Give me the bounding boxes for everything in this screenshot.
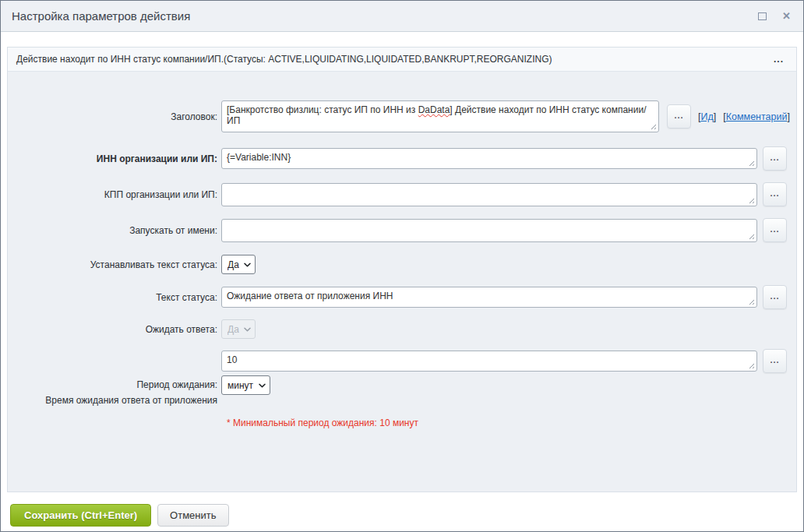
form-body: Заголовок: [Банкротство физлиц: статус И… bbox=[8, 72, 796, 428]
wait-answer-select: Да bbox=[221, 319, 256, 339]
run-as-more-button[interactable]: ... bbox=[763, 218, 787, 242]
panel-menu-icon[interactable]: ... bbox=[772, 54, 785, 65]
dialog-footer: Сохранить (Ctrl+Enter) Отменить bbox=[1, 504, 803, 527]
set-status-select-wrap: Да bbox=[221, 255, 256, 274]
row-inn: ИНН организации или ИП: {=Variable:INN} … bbox=[8, 146, 796, 171]
action-description-header: Действие находит по ИНН статус компании/… bbox=[8, 48, 796, 72]
dialog-title: Настройка параметров действия bbox=[12, 9, 190, 23]
row-wait-answer: Ожидать ответа: Да bbox=[8, 319, 796, 339]
wait-period-select[interactable]: минут bbox=[221, 375, 270, 395]
row-status-text: Текст статуса: Ожидание ответа от прилож… bbox=[8, 285, 796, 309]
status-text-value: Ожидание ответа от приложения ИНН bbox=[227, 291, 393, 301]
row-title: Заголовок: [Банкротство физлиц: статус И… bbox=[8, 100, 796, 132]
set-status-select[interactable]: Да bbox=[221, 255, 256, 274]
comment-link[interactable]: [Комментарий] bbox=[723, 111, 790, 122]
title-label: Заголовок: bbox=[8, 111, 221, 122]
run-as-label: Запускать от имени: bbox=[8, 225, 221, 236]
dialog-window: Настройка параметров действия ✕ Действие… bbox=[0, 0, 804, 532]
wait-value-input[interactable]: 10 bbox=[221, 351, 757, 372]
dialog-titlebar: Настройка параметров действия ✕ bbox=[1, 1, 803, 32]
action-settings-panel: Действие находит по ИНН статус компании/… bbox=[7, 47, 797, 492]
maximize-icon[interactable] bbox=[758, 12, 767, 20]
run-as-input[interactable] bbox=[221, 219, 757, 242]
resize-grip-icon[interactable] bbox=[749, 299, 755, 305]
comment-link-text[interactable]: Комментарий bbox=[726, 111, 788, 122]
wait-value: 10 bbox=[227, 354, 237, 365]
wait-period-label: Период ожидания: Время ожидания ответа о… bbox=[8, 375, 221, 407]
row-wait-period: Период ожидания: Время ожидания ответа о… bbox=[8, 375, 796, 407]
status-text-input[interactable]: Ожидание ответа от приложения ИНН bbox=[221, 287, 757, 308]
resize-grip-icon[interactable] bbox=[749, 160, 755, 167]
inn-input[interactable]: {=Variable:INN} bbox=[221, 148, 757, 169]
status-text-label: Текст статуса: bbox=[8, 292, 221, 303]
id-link-text[interactable]: Ид bbox=[700, 111, 713, 122]
status-text-more-button[interactable]: ... bbox=[763, 285, 787, 309]
kpp-label: КПП организации или ИП: bbox=[8, 189, 221, 200]
close-icon[interactable]: ✕ bbox=[782, 11, 791, 21]
resize-grip-icon[interactable] bbox=[749, 234, 755, 240]
title-value-misspelled: DaData bbox=[418, 104, 450, 115]
wait-value-more-button[interactable]: ... bbox=[763, 349, 787, 373]
title-more-button[interactable]: ... bbox=[667, 104, 691, 129]
wait-answer-label: Ожидать ответа: bbox=[8, 324, 221, 335]
resize-grip-icon[interactable] bbox=[651, 124, 657, 130]
window-controls: ✕ bbox=[758, 11, 791, 21]
resize-grip-icon[interactable] bbox=[749, 198, 755, 204]
action-description-text: Действие находит по ИНН статус компании/… bbox=[16, 54, 552, 65]
row-run-as: Запускать от имени: ... bbox=[8, 218, 796, 242]
kpp-more-button[interactable]: ... bbox=[763, 182, 787, 206]
kpp-input[interactable] bbox=[221, 183, 757, 206]
cancel-button[interactable]: Отменить bbox=[157, 504, 228, 527]
wait-period-label-line2: Время ожидания ответа от приложения bbox=[8, 395, 217, 407]
resize-grip-icon[interactable] bbox=[749, 363, 755, 369]
title-input[interactable]: [Банкротство физлиц: статус ИП по ИНН из… bbox=[221, 100, 659, 132]
wait-period-select-wrap: минут bbox=[221, 375, 270, 395]
row-kpp: КПП организации или ИП: ... bbox=[8, 182, 796, 206]
min-period-note: * Минимальный период ожидания: 10 минут bbox=[227, 417, 796, 428]
inn-label: ИНН организации или ИП: bbox=[8, 153, 221, 164]
save-button[interactable]: Сохранить (Ctrl+Enter) bbox=[10, 504, 151, 527]
title-value-part1: [Банкротство физлиц: статус ИП по ИНН из bbox=[227, 104, 418, 115]
wait-period-label-line1: Период ожидания: bbox=[8, 375, 217, 395]
set-status-label: Устанавливать текст статуса: bbox=[8, 259, 221, 270]
inn-more-button[interactable]: ... bbox=[763, 146, 787, 171]
wait-answer-select-wrap: Да bbox=[221, 319, 256, 339]
id-link[interactable]: [Ид] bbox=[698, 111, 716, 122]
inn-value: {=Variable:INN} bbox=[227, 152, 291, 163]
row-set-status: Устанавливать текст статуса: Да bbox=[8, 255, 796, 274]
row-wait-value: 10 ... bbox=[8, 349, 796, 373]
